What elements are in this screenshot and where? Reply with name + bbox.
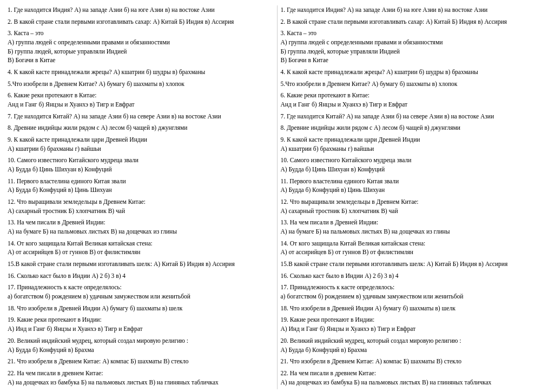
column-2: 1. Где находится Индия? А) на западе Ази… [278,5,550,389]
question-7-col-1: 7. Где находится Китай? А) на западе Ази… [8,112,274,121]
question-line-21-0: 21. Что изобрели в Древнем Китае: А) ком… [281,357,547,366]
question-line-17-0: 17. Принадлежность к касте определялось: [281,283,547,292]
question-line-16-0: 16. Сколько каст было в Индии А) 2 б) 3 … [281,271,547,281]
question-17-col-2: 17. Принадлежность к касте определялось:… [281,283,547,301]
question-19-col-2: 19. Какие реки протекают в Индии:А) Инд … [281,315,547,333]
question-line-9-0: 9. К какой касте принадлежали цари Древн… [8,135,274,144]
question-line-17-0: 17. Принадлежность к касте определялось: [8,283,274,292]
question-line-18-0: 18. Что изобрели в Древней Индии А) бума… [281,304,547,313]
question-line-3-1: А) группа людей с определенными правами … [281,38,547,47]
question-8-col-2: 8. Древние индийцы жили рядом с А) лесом… [281,123,547,132]
question-19-col-1: 19. Какие реки протекают в Индии:А) Инд … [8,315,274,333]
question-line-11-1: А) Будда б) Конфуций в) Цинь Шихуан [281,185,547,195]
question-21-col-1: 21. Что изобрели в Древнем Китае: А) ком… [8,357,274,366]
question-22-col-1: 22. На чем писали в древнем Китае:А) на … [8,369,274,387]
question-13-col-2: 13. На чем писали в Древней Индии:А) на … [281,218,547,236]
question-12-col-2: 12. Что выращивали земледельцы в Древнем… [281,197,547,215]
question-line-11-0: 11. Первого властелина единого Китая зва… [8,177,274,186]
question-11-col-1: 11. Первого властелина единого Китая зва… [8,177,274,195]
question-line-13-0: 13. На чем писали в Древней Индии: [8,218,274,227]
question-10-col-1: 10. Самого известного Китайского мудреца… [8,156,274,174]
question-line-1-0: 1. Где находится Индия? А) на западе Ази… [8,5,274,15]
question-line-2-0: 2. В какой стране стали первыми изготавл… [8,17,274,26]
question-line-9-0: 9. К какой касте принадлежали цари Древн… [281,135,547,144]
page-container: 1. Где находится Индия? А) на западе Ази… [4,5,550,389]
question-line-14-1: А) от ассирийцев Б) от гуннов В) от фили… [281,248,547,257]
question-line-10-1: А) Будда б) Цинь Шихуан в) Конфуций [8,165,274,174]
question-line-20-0: 20. Великий индийский мудрец, который со… [8,336,274,346]
question-line-3-1: А) группа людей с определенными правами … [8,38,274,47]
question-5-col-2: 5.Что изобрели в Древнем Китае? А) бумаг… [281,79,547,89]
question-line-12-1: А) сахарный тростник Б) хлопчатник В) ча… [281,207,547,216]
question-line-12-1: А) сахарный тростник Б) хлопчатник В) ча… [8,207,274,216]
question-line-17-1: а) богатством б) рождением в) удачным за… [8,292,274,301]
question-line-22-1: А) на дощечках из бамбука Б) на пальмовы… [281,378,547,387]
question-line-14-0: 14. От кого защищала Китай Великая китай… [281,239,547,248]
question-line-6-1: Анд и Ганг б) Янцзы и Хуанхэ в) Тигр и Е… [281,100,547,109]
question-line-5-0: 5.Что изобрели в Древнем Китае? А) бумаг… [8,79,274,89]
question-line-22-1: А) на дощечках из бамбука Б) на пальмовы… [8,378,274,387]
question-18-col-2: 18. Что изобрели в Древней Индии А) бума… [281,304,547,313]
question-line-22-0: 22. На чем писали в древнем Китае: [8,369,274,378]
question-12-col-1: 12. Что выращивали земледельцы в Древнем… [8,197,274,215]
question-line-22-0: 22. На чем писали в древнем Китае: [281,369,547,378]
question-line-19-0: 19. Какие реки протекают в Индии: [8,315,274,324]
column-1: 1. Где находится Индия? А) на западе Ази… [4,5,278,389]
question-6-col-1: 6. Какие реки протекают в Китае:Анд и Га… [8,91,274,109]
question-line-2-0: 2. В какой стране стали первыми изготавл… [281,17,547,26]
question-line-3-0: 3. Каста – это [281,29,547,38]
question-line-20-1: А) Будда б) Конфуций в) Брахма [281,346,547,355]
question-line-14-0: 14. От кого защищала Китай Великая китай… [8,239,274,248]
question-line-19-0: 19. Какие реки протекают в Индии: [281,315,547,324]
question-14-col-2: 14. От кого защищала Китай Великая китай… [281,239,547,257]
question-line-3-2: Б) группа людей, которые управляли Индие… [281,47,547,56]
question-line-14-1: А) от ассирийцев Б) от гуннов В) от фили… [8,248,274,257]
question-line-10-0: 10. Самого известного Китайского мудреца… [8,156,274,165]
question-line-11-1: А) Будда б) Конфуций в) Цинь Шихуан [8,185,274,195]
question-line-7-0: 7. Где находится Китай? А) на западе Ази… [281,112,547,121]
question-line-16-0: 16. Сколько каст было в Индии А) 2 б) 3 … [8,271,274,281]
question-line-5-0: 5.Что изобрели в Древнем Китае? А) бумаг… [281,79,547,89]
question-line-13-1: А) на бумаге Б) на пальмовых листьях В) … [281,227,547,236]
question-line-6-0: 6. Какие реки протекают в Китае: [281,91,547,100]
question-line-3-0: 3. Каста – это [8,29,274,38]
question-line-8-0: 8. Древние индийцы жили рядом с А) лесом… [281,123,547,132]
question-21-col-2: 21. Что изобрели в Древнем Китае: А) ком… [281,357,547,366]
question-line-15-0: 15.В какой стране стали первыми изготавл… [8,260,274,269]
question-line-21-0: 21. Что изобрели в Древнем Китае: А) ком… [8,357,274,366]
question-17-col-1: 17. Принадлежность к касте определялось:… [8,283,274,301]
question-13-col-1: 13. На чем писали в Древней Индии:А) на … [8,218,274,236]
question-22-col-2: 22. На чем писали в древнем Китае:А) на … [281,369,547,387]
question-2-col-2: 2. В какой стране стали первыми изготавл… [281,17,547,26]
question-line-3-2: Б) группа людей, которые управляли Индие… [8,47,274,56]
question-line-4-0: 4. К какой касте принадлежали жрецы? А) … [281,68,547,77]
question-10-col-2: 10. Самого известного Китайского мудреца… [281,156,547,174]
question-18-col-1: 18. Что изобрели в Древней Индии А) бума… [8,304,274,313]
question-line-12-0: 12. Что выращивали земледельцы в Древнем… [8,197,274,207]
question-20-col-2: 20. Великий индийский мудрец, который со… [281,336,547,354]
question-line-20-1: А) Будда б) Конфуций в) Брахма [8,346,274,355]
question-2-col-1: 2. В какой стране стали первыми изготавл… [8,17,274,26]
question-line-3-3: В) Богачи в Китае [281,56,547,65]
question-line-15-0: 15.В какой стране стали первыми изготавл… [281,260,547,269]
question-line-12-0: 12. Что выращивали земледельцы в Древнем… [281,197,547,207]
question-5-col-1: 5.Что изобрели в Древнем Китае? А) бумаг… [8,79,274,89]
question-4-col-2: 4. К какой касте принадлежали жрецы? А) … [281,68,547,77]
question-line-6-0: 6. Какие реки протекают в Китае: [8,91,274,100]
question-3-col-1: 3. Каста – этоА) группа людей с определе… [8,29,274,65]
question-line-13-1: А) на бумаге Б) на пальмовых листьях В) … [8,227,274,236]
question-8-col-1: 8. Древние индийцы жили рядом с А) лесом… [8,123,274,132]
question-line-10-1: А) Будда б) Цинь Шихуан в) Конфуций [281,165,547,174]
question-line-7-0: 7. Где находится Китай? А) на западе Ази… [8,112,274,121]
question-15-col-2: 15.В какой стране стали первыми изготавл… [281,260,547,269]
question-15-col-1: 15.В какой стране стали первыми изготавл… [8,260,274,269]
question-line-17-1: а) богатством б) рождением в) удачным за… [281,292,547,301]
question-6-col-2: 6. Какие реки протекают в Китае:Анд и Га… [281,91,547,109]
question-3-col-2: 3. Каста – этоА) группа людей с определе… [281,29,547,65]
question-line-10-0: 10. Самого известного Китайского мудреца… [281,156,547,165]
question-line-1-0: 1. Где находится Индия? А) на западе Ази… [281,5,547,15]
question-1-col-2: 1. Где находится Индия? А) на западе Ази… [281,5,547,15]
question-16-col-2: 16. Сколько каст было в Индии А) 2 б) 3 … [281,271,547,281]
question-line-9-1: А) кшатрии б) брахманы г) вайшьи [281,144,547,154]
question-11-col-2: 11. Первого властелина единого Китая зва… [281,177,547,195]
